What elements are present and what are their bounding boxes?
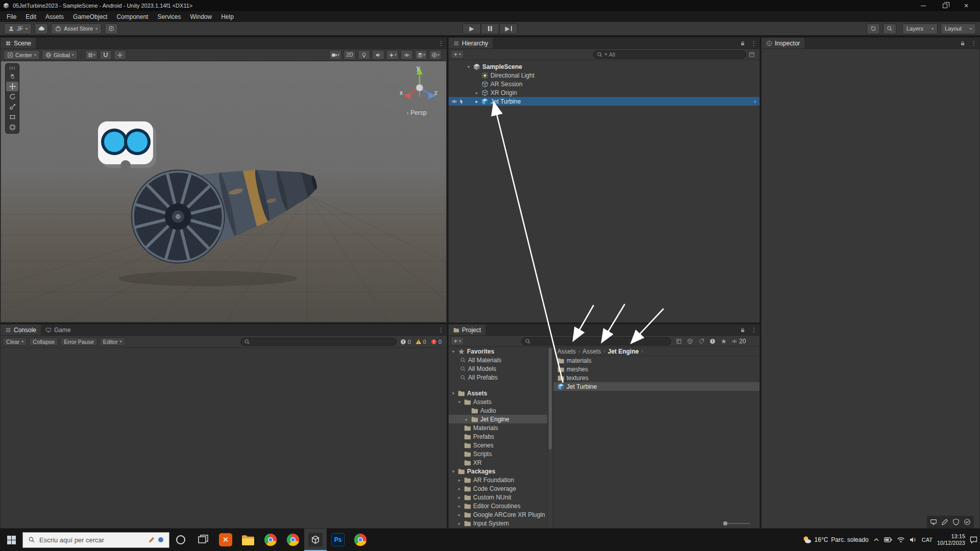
project-tree-ar-foundation[interactable]: ▸ AR Foundation [449, 475, 547, 484]
create-asset-button[interactable]: +▾ [451, 337, 464, 345]
menu-component[interactable]: Component [112, 13, 153, 20]
lock-icon[interactable] [737, 324, 748, 335]
taskbar-search-field[interactable]: Escriu aquí per cercar [22, 532, 169, 548]
expander-icon[interactable]: ▾ [451, 349, 456, 354]
project-tree-code-coverage[interactable]: ▸ Code Coverage [449, 484, 547, 493]
file-explorer-icon[interactable] [237, 529, 259, 551]
display-icon[interactable] [930, 518, 937, 525]
tab-project[interactable]: Project [449, 324, 485, 335]
project-tree-scrollbar[interactable] [547, 347, 553, 528]
shield-icon[interactable] [952, 518, 960, 525]
favorites-icon[interactable] [718, 338, 729, 344]
error-count-badge[interactable]: 0 [431, 339, 442, 345]
project-tree-jetbrains-rider[interactable]: ▸ JetBrains Rider Editor [449, 528, 547, 528]
pickability-icon[interactable] [458, 98, 464, 105]
cortana-icon[interactable] [169, 529, 192, 551]
clear-button[interactable]: Clear▾ [3, 337, 27, 346]
orientation-gizmo[interactable] [394, 61, 446, 114]
inspector-menu-button[interactable]: ⋮ [968, 38, 979, 48]
menu-edit[interactable]: Edit [21, 13, 41, 20]
tab-game[interactable]: Game [41, 324, 76, 335]
project-tree-favorites[interactable]: ▾ Favorites [449, 347, 547, 356]
layout-dropdown[interactable]: Layout▾ [941, 23, 976, 34]
project-item-textures[interactable]: textures [553, 373, 760, 382]
project-tree-all-models[interactable]: All Models [449, 364, 547, 373]
project-tree-scripts[interactable]: Scripts [449, 449, 547, 458]
chrome-profile3-icon[interactable] [349, 529, 372, 551]
effects-dropdown-button[interactable]: ▾ [386, 50, 399, 60]
transform-tool-button[interactable] [6, 122, 18, 132]
step-button[interactable]: ▶ [499, 23, 518, 34]
photoshop-icon[interactable]: Ps [327, 529, 349, 551]
hierarchy-menu-button[interactable]: ⋮ [748, 38, 760, 48]
hidden-count[interactable]: 20 [729, 338, 748, 345]
info-count-badge[interactable]: 0 [400, 339, 411, 345]
zoom-knob[interactable] [723, 521, 727, 525]
view-tool-button[interactable] [6, 71, 18, 81]
expander-icon[interactable]: ▸ [457, 512, 462, 517]
hierarchy-item-samplescene[interactable]: ▾ SampleScene [449, 62, 760, 71]
rect-tool-button[interactable] [6, 112, 18, 122]
notification-center-icon[interactable] [970, 536, 978, 543]
battery-icon[interactable] [884, 537, 892, 542]
console-menu-button[interactable]: ⋮ [435, 324, 447, 335]
close-button[interactable]: × [955, 0, 977, 11]
scrollbar-thumb[interactable] [549, 348, 552, 449]
project-tree-custom-nunit[interactable]: ▸ Custom NUnit [449, 493, 547, 502]
minimize-button[interactable] [913, 0, 934, 11]
expander-icon[interactable]: ▸ [457, 478, 462, 483]
orange-app-icon[interactable]: ✕ [214, 529, 237, 551]
weather-widget[interactable]: 16°C Parc. soleado [802, 536, 869, 544]
hierarchy-item-directional-light[interactable]: Directional Light [449, 71, 760, 80]
scene-visibility-button[interactable] [401, 50, 413, 60]
version-control-button[interactable] [105, 23, 118, 34]
expander-icon[interactable]: ▸ [474, 90, 479, 95]
camera-view-button[interactable]: ▾ [329, 50, 341, 60]
2d-toggle-button[interactable]: 2D [344, 50, 356, 60]
cloud-button[interactable] [35, 23, 48, 34]
visibility-eye-icon[interactable] [451, 98, 457, 105]
project-item-jet-turbine[interactable]: Jet Turbine [553, 382, 760, 391]
asset-store-button[interactable]: Asset Store▾ [51, 23, 102, 34]
project-tree-input-system[interactable]: ▸ Input System [449, 519, 547, 528]
error-pause-button[interactable]: Error Pause [60, 337, 97, 346]
expander-icon[interactable]: ▾ [451, 391, 456, 396]
zoom-slider[interactable] [724, 523, 750, 524]
axis-z-label[interactable]: z [434, 89, 437, 96]
collapse-button[interactable]: Collapse [29, 337, 58, 346]
project-tree-assets-root[interactable]: ▾ Assets [449, 389, 547, 397]
expander-icon[interactable]: ▸ [474, 99, 479, 104]
undo-history-button[interactable] [867, 23, 880, 34]
editor-dropdown[interactable]: Editor▾ [100, 337, 126, 346]
expander-icon[interactable]: ▾ [451, 469, 456, 474]
project-tree-all-prefabs[interactable]: All Prefabs [449, 373, 547, 382]
component-view-button[interactable]: ▾ [415, 50, 427, 60]
create-object-button[interactable]: +▾ [451, 50, 464, 59]
label-filter-icon[interactable] [696, 338, 707, 344]
unity-taskbar-icon[interactable] [304, 529, 327, 551]
menu-assets[interactable]: Assets [41, 13, 68, 20]
project-tree-xr[interactable]: XR [449, 458, 547, 467]
axis-x-label[interactable]: x [400, 89, 403, 96]
breadcrumb-jet-engine[interactable]: Jet Engine [608, 348, 639, 355]
restore-button[interactable] [934, 0, 955, 11]
layers-dropdown[interactable]: Layers▾ [902, 23, 938, 34]
breadcrumb-assets-sub[interactable]: Assets [582, 348, 601, 355]
project-tree-prefabs[interactable]: Prefabs [449, 432, 547, 441]
status-circle-icon[interactable] [964, 518, 971, 525]
project-item-meshes[interactable]: meshes [553, 365, 760, 373]
project-tree-assets-sub[interactable]: ▾ Assets [449, 397, 547, 406]
project-tree-packages[interactable]: ▾ Packages [449, 467, 547, 475]
warning-count-badge[interactable]: 0 [415, 339, 426, 345]
expander-icon[interactable]: ▸ [464, 417, 469, 422]
project-tree-jet-engine[interactable]: ▸ Jet Engine [449, 415, 547, 423]
lighting-toggle-button[interactable] [358, 50, 370, 60]
expander-icon[interactable]: ▸ [457, 504, 462, 509]
scale-tool-button[interactable] [6, 102, 18, 112]
tab-console[interactable]: Console [1, 324, 41, 335]
breadcrumb-assets[interactable]: Assets [557, 348, 576, 355]
expander-icon[interactable]: ▾ [457, 399, 462, 405]
menu-help[interactable]: Help [216, 13, 238, 20]
menu-gameobject[interactable]: GameObject [68, 13, 112, 20]
overlay-handle[interactable] [6, 65, 18, 71]
